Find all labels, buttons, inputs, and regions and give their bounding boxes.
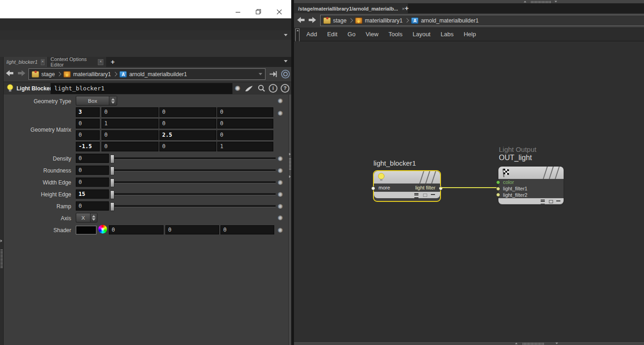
dropdown-spinner[interactable]	[109, 96, 117, 105]
window-titlebar[interactable]	[0, 0, 291, 18]
breadcrumb-arnold-materialbuilder1[interactable]: A arnold_materialbuilder1	[411, 17, 478, 24]
axis-dropdown[interactable]: X	[76, 213, 97, 223]
menu-labs[interactable]: Labs	[435, 31, 458, 38]
matrix-cell-2-3[interactable]: 0	[217, 130, 273, 140]
forward-arrow-icon[interactable]	[308, 17, 317, 24]
gear-menu-icon[interactable]: ✺	[276, 214, 284, 222]
node-light-blocker1[interactable]: more light filter	[373, 170, 441, 202]
height-edge-slider-handle[interactable]	[110, 190, 114, 199]
ramp-slider-handle[interactable]	[110, 202, 114, 211]
new-tab-button[interactable]: +	[405, 4, 409, 12]
stowbar-expand-icon[interactable]	[0, 239, 2, 242]
stowbar-down-icon[interactable]	[555, 343, 558, 345]
matrix-cell-1-3[interactable]: 0	[217, 119, 273, 128]
input-port-color[interactable]	[496, 180, 500, 184]
pin-to-node-icon[interactable]	[269, 70, 279, 80]
tab-close-icon[interactable]: ×	[41, 59, 45, 65]
ramp-slider-track[interactable]	[111, 205, 276, 207]
close-button[interactable]	[275, 8, 284, 17]
matrix-cell-0-0[interactable]: 3	[76, 107, 100, 117]
shader-g-field[interactable]: 0	[165, 225, 219, 234]
breadcrumb-arnold-materialbuilder1[interactable]: A arnold_materialbuilder1	[119, 71, 186, 78]
gear-menu-icon[interactable]: ✺	[276, 167, 284, 175]
network-tab[interactable]: /stage/materiallibrary1/arnold_materialb…	[294, 4, 408, 13]
geometry-type-dropdown[interactable]: Box	[76, 96, 117, 106]
width-edge-slider-handle[interactable]	[110, 178, 114, 187]
search-icon[interactable]	[257, 84, 266, 95]
height-edge-field[interactable]: 15	[76, 189, 109, 199]
menu-view[interactable]: View	[361, 31, 384, 38]
width-edge-slider-track[interactable]	[111, 181, 276, 184]
stowbar-grip[interactable]	[531, 1, 551, 3]
node-info-icon[interactable]	[414, 193, 418, 198]
gear-menu-icon[interactable]: ✺	[276, 226, 284, 234]
bottom-stowbar[interactable]	[294, 341, 644, 345]
roundness-slider-handle[interactable]	[110, 167, 114, 175]
height-edge-slider-track[interactable]	[111, 193, 276, 195]
matrix-cell-3-1[interactable]: 0	[102, 142, 158, 151]
matrix-cell-0-1[interactable]: 0	[102, 107, 158, 117]
matrix-cell-2-2[interactable]: 2.5	[159, 130, 216, 140]
density-slider-track[interactable]	[111, 157, 276, 160]
node-path-field[interactable]: stage materiallibrary1 A arnold_material…	[28, 68, 266, 80]
wire-light-filter[interactable]	[440, 187, 498, 188]
matrix-cell-2-0[interactable]: 0	[76, 130, 100, 140]
input-port-light-filter1[interactable]	[496, 187, 500, 191]
matrix-cell-3-3[interactable]: 1	[217, 142, 273, 151]
stowbar-grip[interactable]	[523, 343, 545, 345]
density-slider-handle[interactable]	[110, 155, 114, 163]
breadcrumb-stage[interactable]: stage	[323, 17, 346, 24]
width-edge-field[interactable]: 0	[76, 178, 109, 187]
ramp-field[interactable]: 0	[76, 201, 109, 211]
gear-menu-icon[interactable]: ✺	[233, 84, 242, 93]
menu-go[interactable]: Go	[343, 31, 361, 38]
tab-context-options-editor[interactable]: Context Options Editor ×	[48, 57, 106, 67]
node-header[interactable]	[374, 171, 440, 184]
matrix-cell-0-3[interactable]: 0	[217, 107, 273, 117]
stowbar-expand-icon[interactable]	[289, 175, 291, 178]
path-dropdown-caret-icon[interactable]	[259, 73, 262, 75]
network-canvas[interactable]: light_blocker1 more light filter	[294, 41, 644, 341]
gear-menu-icon[interactable]: ✺	[276, 155, 284, 163]
node-bypass-icon[interactable]	[556, 200, 560, 201]
matrix-cell-1-2[interactable]: 0	[159, 119, 216, 128]
shader-b-field[interactable]: 0	[220, 225, 274, 234]
gear-menu-icon[interactable]: ✺	[276, 97, 284, 105]
roundness-slider-track[interactable]	[111, 169, 276, 172]
node-name-field[interactable]: light_blocker1	[51, 83, 232, 94]
gear-menu-icon[interactable]: ✺	[276, 190, 284, 199]
density-field[interactable]: 0	[76, 154, 109, 163]
matrix-cell-1-0[interactable]: 0	[76, 119, 100, 128]
shader-r-field[interactable]: 0	[109, 225, 164, 234]
node-footer[interactable]	[374, 192, 440, 198]
node-out-light[interactable]: color light_filter1 light_filter2	[498, 166, 564, 206]
shader-color-swatch[interactable]	[76, 226, 96, 234]
stowbar-expand-icon[interactable]	[289, 153, 291, 156]
input-port-light-filter2[interactable]	[496, 193, 500, 197]
matrix-cell-3-2[interactable]: 0	[159, 142, 216, 151]
new-tab-button[interactable]: +	[111, 58, 115, 66]
input-port-more[interactable]	[371, 186, 375, 190]
parameter-help-icon[interactable]: ?	[281, 84, 289, 93]
node-header[interactable]	[498, 167, 564, 179]
menu-help[interactable]: Help	[458, 31, 481, 38]
network-path-field[interactable]: stage materiallibrary1 A arnold_material…	[320, 15, 644, 26]
light-blocker-node-icon[interactable]	[6, 84, 14, 95]
tab-close-icon[interactable]: ×	[98, 59, 103, 65]
radial-menu-icon[interactable]	[281, 69, 290, 81]
matrix-cell-1-1[interactable]: 1	[102, 119, 158, 128]
shelf-menu-caret-icon[interactable]	[284, 34, 288, 36]
matrix-cell-0-2[interactable]: 0	[159, 107, 216, 117]
gear-menu-icon[interactable]: ✺	[276, 202, 284, 211]
menu-left-stowbar[interactable]	[295, 28, 299, 42]
restore-button[interactable]	[254, 8, 263, 17]
top-stowbar[interactable]	[294, 0, 644, 4]
roundness-field[interactable]: 0	[76, 166, 109, 175]
menu-tools[interactable]: Tools	[384, 31, 407, 38]
node-footer[interactable]	[498, 198, 564, 204]
stowbar-grip[interactable]	[0, 250, 3, 269]
node-info-icon[interactable]	[541, 200, 545, 204]
tab-light-blocker1[interactable]: light_blocker1 ×	[4, 57, 47, 67]
gear-menu-icon[interactable]: ✺	[276, 178, 284, 187]
dropdown-spinner[interactable]	[90, 213, 97, 222]
